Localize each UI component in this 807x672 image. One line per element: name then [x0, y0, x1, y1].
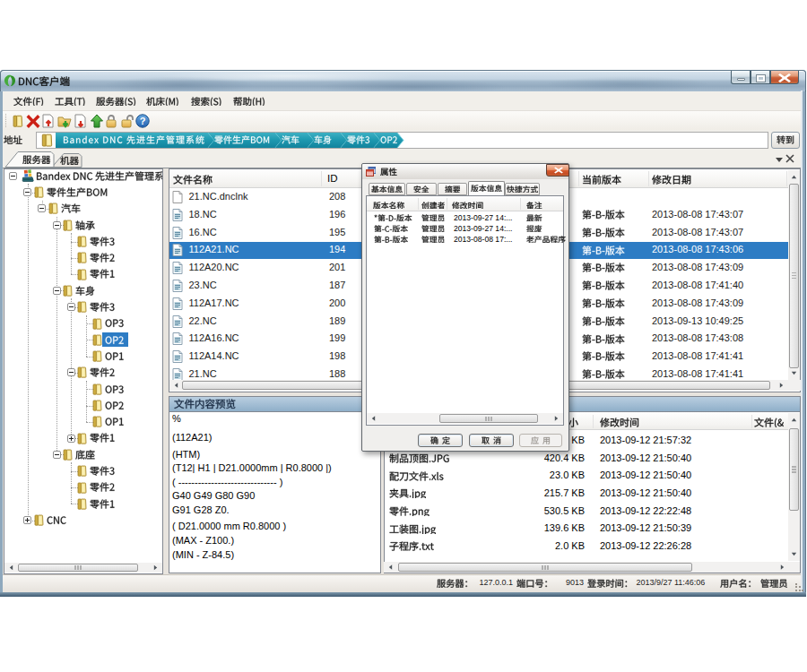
svg-text:?: ? — [140, 116, 146, 126]
